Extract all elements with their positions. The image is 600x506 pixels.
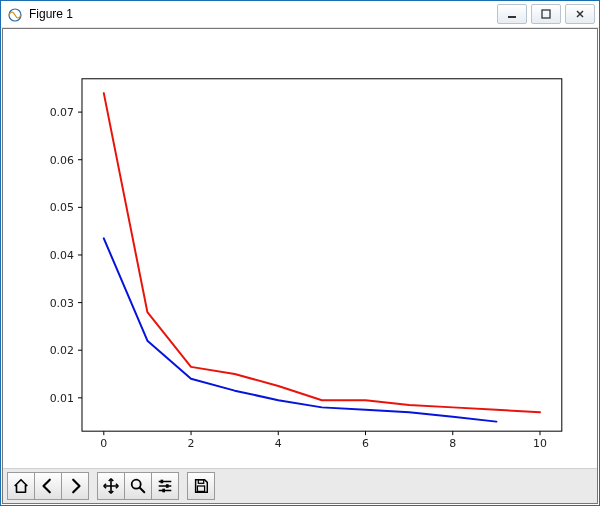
back-button[interactable] (34, 472, 62, 500)
y-tick-label: 0.02 (50, 344, 74, 357)
svg-rect-1 (508, 16, 516, 18)
move-icon (102, 477, 120, 495)
svg-rect-20 (162, 489, 165, 493)
y-tick-label: 0.07 (50, 106, 74, 119)
x-tick-label: 2 (188, 437, 195, 450)
y-tick-label: 0.04 (50, 249, 74, 262)
client-area: 02468100.010.020.030.040.050.060.07 (2, 28, 598, 504)
figure-window: Figure 1 02468100.010.020.030.040.050.06… (0, 0, 600, 506)
forward-button[interactable] (61, 472, 89, 500)
svg-rect-19 (166, 484, 169, 488)
y-tick-label: 0.01 (50, 392, 74, 405)
maximize-button[interactable] (531, 4, 561, 24)
zoom-button[interactable] (124, 472, 152, 500)
x-tick-label: 8 (449, 437, 456, 450)
y-tick-label: 0.05 (50, 201, 74, 214)
svg-rect-18 (161, 480, 164, 484)
window-title: Figure 1 (29, 1, 73, 27)
arrow-right-icon (66, 477, 84, 495)
y-tick-label: 0.06 (50, 154, 74, 167)
nav-toolbar (3, 468, 597, 503)
titlebar: Figure 1 (1, 1, 599, 28)
line-chart: 02468100.010.020.030.040.050.060.07 (3, 29, 597, 469)
pan-button[interactable] (97, 472, 125, 500)
save-icon (192, 477, 210, 495)
home-icon (12, 477, 30, 495)
svg-rect-21 (198, 480, 203, 484)
close-button[interactable] (565, 4, 595, 24)
sliders-icon (156, 477, 174, 495)
svg-rect-2 (542, 10, 550, 18)
x-tick-label: 0 (100, 437, 107, 450)
home-button[interactable] (7, 472, 35, 500)
x-tick-label: 4 (275, 437, 282, 450)
magnify-icon (129, 477, 147, 495)
arrow-left-icon (39, 477, 57, 495)
svg-rect-3 (82, 79, 562, 431)
svg-rect-22 (197, 486, 204, 491)
series-red (104, 93, 540, 412)
save-button[interactable] (187, 472, 215, 500)
minimize-button[interactable] (497, 4, 527, 24)
configure-subplots-button[interactable] (151, 472, 179, 500)
y-tick-label: 0.03 (50, 297, 74, 310)
x-tick-label: 10 (533, 437, 547, 450)
plot-canvas[interactable]: 02468100.010.020.030.040.050.060.07 (3, 29, 597, 469)
window-controls (497, 4, 595, 24)
app-icon (7, 6, 23, 22)
x-tick-label: 6 (362, 437, 369, 450)
